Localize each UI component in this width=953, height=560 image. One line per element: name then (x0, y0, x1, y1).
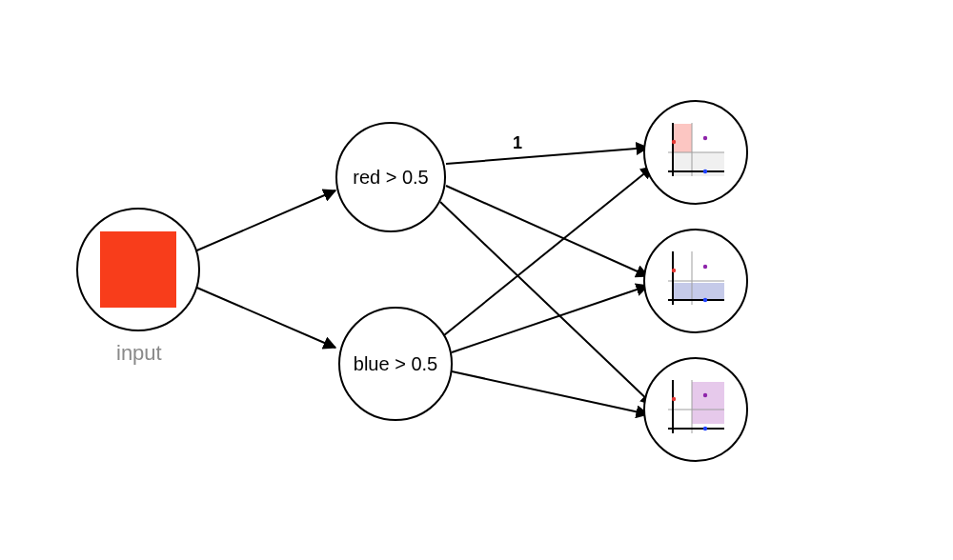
rule-label: blue > 0.5 (354, 353, 437, 375)
input-node (76, 208, 200, 331)
edge-blue-out1 (444, 167, 653, 335)
svg-point-24 (703, 393, 707, 397)
output-node-2 (643, 229, 748, 333)
edge-input-blue (193, 286, 335, 348)
svg-point-15 (703, 298, 707, 302)
svg-rect-0 (673, 124, 692, 152)
svg-point-23 (703, 427, 707, 430)
edge-label-1: 1 (513, 133, 522, 153)
edge-blue-out2 (452, 286, 648, 352)
input-caption: input (116, 341, 162, 366)
svg-point-16 (703, 265, 707, 269)
output-node-1 (643, 100, 748, 205)
svg-point-6 (672, 140, 676, 144)
edge-input-red (193, 190, 335, 252)
mini-plot-2 (662, 248, 729, 314)
svg-point-7 (703, 170, 707, 173)
output-node-3 (643, 357, 748, 462)
svg-rect-17 (692, 382, 724, 424)
input-color-swatch (100, 231, 176, 308)
rule-node-red: red > 0.5 (335, 122, 446, 232)
edge-red-out1 (446, 148, 648, 164)
svg-point-14 (672, 269, 676, 272)
edge-blue-out3 (452, 371, 648, 414)
edge-red-out3 (440, 202, 653, 405)
svg-rect-9 (673, 283, 724, 300)
rule-label: red > 0.5 (353, 167, 429, 189)
mini-plot-1 (662, 119, 729, 186)
svg-point-8 (703, 136, 707, 140)
mini-plot-3 (662, 376, 729, 443)
rule-node-blue: blue > 0.5 (338, 307, 453, 421)
svg-rect-1 (673, 152, 724, 176)
svg-point-22 (672, 397, 676, 401)
edge-red-out2 (446, 186, 648, 276)
